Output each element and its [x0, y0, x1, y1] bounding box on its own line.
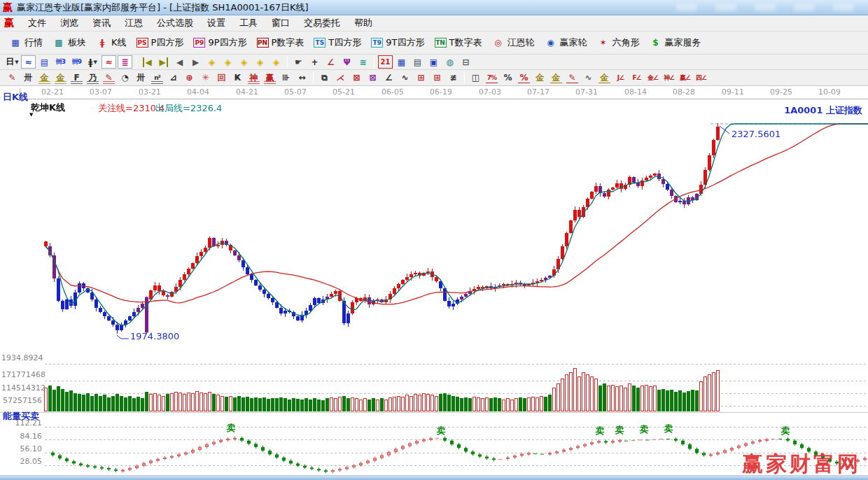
j-angle-icon[interactable]: J∠ [613, 71, 628, 85]
print-icon[interactable]: ⊟ [458, 55, 473, 69]
si-angle-icon[interactable]: 四∠ [694, 71, 708, 85]
first-bar-icon[interactable]: ◀ [140, 55, 155, 69]
volume-profile-icon[interactable]: ≣ [118, 55, 132, 69]
hand-tool-icon[interactable]: ☛ [291, 55, 306, 69]
flag-tool-icon[interactable]: ⊿ [166, 71, 181, 85]
9t-square-button[interactable]: T99T四方形 [366, 34, 429, 51]
p-number-table-button[interactable]: PNP数字表 [252, 34, 309, 51]
menu-item-帮助[interactable]: 帮助 [347, 16, 379, 29]
gold-grid2-icon[interactable]: 金 [53, 71, 68, 85]
pencil-tool-icon[interactable]: ✎ [5, 71, 20, 85]
gold-circle-icon[interactable]: 金 [533, 71, 547, 85]
menu-item-工具[interactable]: 工具 [232, 16, 265, 29]
winner-service-button[interactable]: $赢家服务 [644, 34, 706, 51]
diamond-up-icon[interactable]: ◈ [237, 55, 251, 69]
shen-angle-icon[interactable]: 神∠ [662, 71, 676, 85]
diamond-plus-icon[interactable]: ◈ [253, 55, 267, 69]
f-grid-icon[interactable]: F [69, 71, 84, 85]
percent-gold-icon[interactable]: % [517, 71, 531, 85]
panel-period-label[interactable]: 日K线 [3, 91, 28, 104]
kline-type-selector[interactable]: 乾坤K线 [31, 101, 65, 114]
menu-item-江恩[interactable]: 江恩 [118, 16, 150, 29]
candle-style-dropdown[interactable]: ǂ▼ [85, 55, 100, 69]
market-quotes-button[interactable]: ▦行情 [4, 34, 48, 51]
gann-circle-icon[interactable]: ⊕ [182, 71, 197, 85]
fan-box-purple-icon[interactable]: ⊠ [365, 71, 380, 85]
chart-9-icon[interactable]: 卌9 [69, 55, 84, 69]
cycle-clock-icon[interactable]: ◔ [118, 71, 132, 85]
red-scribble-icon[interactable]: ≈ [102, 55, 116, 69]
chart-3-icon[interactable]: 卌3 [53, 55, 68, 69]
menu-item-交易委托[interactable]: 交易委托 [297, 16, 347, 29]
next-bar-icon[interactable]: ▶ [188, 55, 203, 69]
fan-lines-icon[interactable]: ⋌ [333, 71, 348, 85]
sectors-button[interactable]: ▩板块 [48, 34, 91, 51]
9p-square-button[interactable]: P99P四方形 [188, 34, 251, 51]
pencil-measure-icon[interactable]: ✎ [565, 71, 580, 85]
hexagon-button[interactable]: ✶六角形 [592, 34, 644, 51]
diamond-cross-icon[interactable]: ◈ [269, 55, 284, 69]
menu-item-公式选股[interactable]: 公式选股 [150, 16, 200, 29]
t-square-button[interactable]: TST四方形 [309, 34, 366, 51]
menu-item-浏览[interactable]: 浏览 [53, 16, 85, 29]
kline-type-dropdown-icon[interactable]: ▼ [29, 112, 33, 118]
menu-item-设置[interactable]: 设置 [200, 16, 232, 29]
p-square-button[interactable]: PSP四方形 [132, 34, 189, 51]
gann-tool-icon[interactable]: Ψ [340, 55, 354, 69]
last-bar-icon[interactable]: ▶ [156, 55, 171, 69]
f-angle-icon[interactable]: F∠ [629, 71, 644, 85]
volume-axis-label-1: 1934.8924 [1, 353, 42, 362]
red-grid-box2-icon[interactable]: ⊞ [430, 71, 444, 85]
percent-line-icon[interactable]: 7% [484, 71, 499, 85]
width-measure-icon[interactable]: ↔ [295, 71, 309, 85]
grid-lines-icon[interactable]: 卅 [21, 71, 36, 85]
spiral-grid-icon[interactable]: 乃 [85, 71, 100, 85]
line-ruler-icon[interactable]: 卅 [134, 71, 148, 85]
winner-wheel-button[interactable]: ◉赢家轮 [539, 34, 592, 51]
shen-grid-icon[interactable]: 神 [246, 71, 261, 85]
calculator-icon[interactable]: ▦ [394, 55, 409, 69]
save-icon[interactable]: ▣ [426, 55, 441, 69]
ruler-123-icon[interactable]: ⊪ [279, 71, 293, 85]
percent-icon[interactable]: % [500, 71, 515, 85]
diamond-left-icon[interactable]: ◈ [204, 55, 219, 69]
period-day-dropdown[interactable]: 日▼ [5, 55, 20, 69]
zen-scribble-icon[interactable]: ≈ [21, 55, 36, 69]
gann-star-icon[interactable]: ✳ [198, 71, 213, 85]
angle-lines-icon[interactable]: ∠ [382, 71, 396, 85]
n2-grid-icon[interactable]: n² [150, 71, 164, 85]
square-measure-icon[interactable]: ⧉ [317, 71, 332, 85]
k-mark-icon[interactable]: Ҝ [230, 71, 245, 85]
kline-chart-canvas[interactable] [0, 86, 868, 476]
fan-box-icon[interactable]: ⊠ [349, 71, 364, 85]
hexagon-label: 六角形 [612, 36, 639, 49]
prev-bar-icon[interactable]: ◀ [172, 55, 187, 69]
red-grid-box-icon[interactable]: ⊞ [414, 71, 428, 85]
gold-line-icon[interactable]: 金 [549, 71, 564, 85]
menu-item-资讯[interactable]: 资讯 [85, 16, 118, 29]
menu-item-文件[interactable]: 文件 [21, 16, 53, 29]
ying-grid-icon[interactable]: 赢 [262, 71, 277, 85]
menu-item-窗口[interactable]: 窗口 [265, 16, 297, 29]
wave-tool-icon[interactable]: ≋ [356, 55, 370, 69]
gann-box-icon[interactable]: 回 [214, 71, 229, 85]
ying-angle-icon[interactable]: 赢∠ [678, 71, 692, 85]
gold-angle-icon[interactable]: 金∠ [645, 71, 660, 85]
notes-icon[interactable]: ▤ [410, 55, 425, 69]
info-doc-icon[interactable]: ▤ [37, 55, 52, 69]
angle-measure-icon[interactable]: ∠ [323, 55, 338, 69]
wave-icon[interactable]: ∿ [581, 71, 596, 85]
calendar-21-icon[interactable]: 21 [378, 55, 393, 69]
diamond-right-icon[interactable]: ◈ [220, 55, 235, 69]
pencil-grid-icon[interactable]: ✎ [102, 71, 116, 85]
gold-grid-icon[interactable]: 金 [37, 71, 52, 85]
gann-wheel-button[interactable]: ◎江恩轮 [486, 34, 539, 51]
web-icon[interactable]: ◍ [442, 55, 457, 69]
slant-lines-icon[interactable]: ≢ [446, 71, 461, 85]
check-lines-icon[interactable]: ∿ [398, 71, 412, 85]
bar-scale-icon[interactable]: ◫ [468, 71, 483, 85]
t-number-table-button[interactable]: TNT数字表 [430, 34, 487, 51]
gold-line2-icon[interactable]: 金 [597, 71, 612, 85]
crosshair-icon[interactable]: + [307, 55, 322, 69]
kline-button[interactable]: ǂK线 [91, 34, 132, 51]
